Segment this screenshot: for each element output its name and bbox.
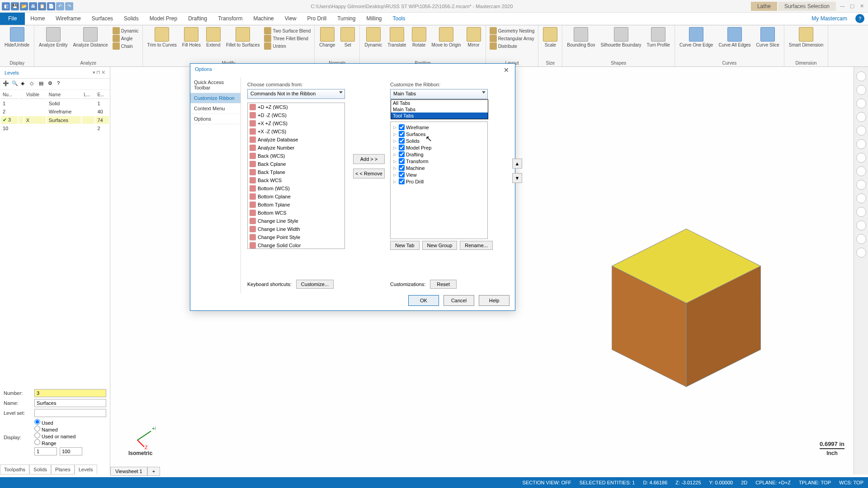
qat-save-icon[interactable]: 💾	[11, 2, 19, 10]
rename-button[interactable]: Rename...	[460, 241, 493, 250]
tab-wireframe[interactable]: Wireframe	[50, 13, 86, 25]
tab-toolpaths[interactable]: Toolpaths	[0, 465, 29, 474]
tab-prodrill[interactable]: Pro Drill	[302, 13, 332, 25]
tree-item[interactable]: ▷ Pro Drill	[392, 178, 486, 185]
fillet-button[interactable]: Fillet to Surfaces	[224, 26, 261, 48]
tree-item[interactable]: ▷ Wireframe	[392, 124, 486, 131]
rail-icon[interactable]	[856, 221, 866, 230]
tab-view[interactable]: View	[279, 13, 302, 25]
help-levels-icon[interactable]: ?	[57, 80, 64, 88]
command-item[interactable]: +D -Z (WCS)	[248, 111, 344, 119]
context-tab-surfaces[interactable]: Surfaces Selection	[778, 2, 836, 11]
commands-list[interactable]: +D +Z (WCS)+D -Z (WCS)+X +Z (WCS)+X -Z (…	[247, 103, 345, 249]
range-from-input[interactable]	[34, 447, 57, 455]
tree-item[interactable]: ▷ Model Prep	[392, 144, 486, 151]
rail-icon[interactable]	[856, 180, 866, 190]
level-name-input[interactable]	[34, 399, 106, 407]
command-item[interactable]: Bottom WCS	[248, 209, 344, 217]
qat-clip-icon[interactable]: 📋	[38, 2, 46, 10]
analyze-distance-button[interactable]: Analyze Distance	[71, 26, 109, 48]
tree-item[interactable]: ▷ Surfaces	[392, 131, 486, 137]
status-tplane[interactable]: TPLANE: TOP	[799, 480, 831, 485]
move-up-button[interactable]: ▲	[512, 159, 522, 169]
smart-dimension-button[interactable]: Smart Dimension	[787, 26, 826, 48]
panel-close-icon[interactable]: ✕	[101, 70, 105, 75]
status-section[interactable]: SECTION VIEW: OFF	[523, 480, 571, 485]
tab-modelprep[interactable]: Model Prep	[144, 13, 183, 25]
reset-button[interactable]: Reset	[430, 280, 457, 289]
tab-tools[interactable]: Tools	[387, 13, 410, 25]
panel-pin-icon[interactable]: ⊓	[96, 70, 100, 75]
ok-button[interactable]: OK	[408, 295, 439, 306]
tab-machine[interactable]: Machine	[248, 13, 279, 25]
minimize-icon[interactable]: —	[840, 3, 846, 9]
hide-unhide-button[interactable]: Hide/Unhide	[3, 26, 31, 48]
command-item[interactable]: +X +Z (WCS)	[248, 119, 344, 127]
filter-icon[interactable]: ▤	[39, 80, 46, 88]
display-named-radio[interactable]	[34, 426, 40, 432]
dropdown-all-tabs[interactable]: All Tabs	[391, 100, 488, 106]
qat-new-icon[interactable]: ◧	[2, 2, 10, 10]
tab-solids[interactable]: Solids	[118, 13, 144, 25]
fill-holes-button[interactable]: Fill Holes	[180, 26, 203, 48]
table-row[interactable]: ✔ 3XSurfaces74	[1, 116, 109, 124]
geometry-nesting-button[interactable]: Geometry Nesting	[490, 27, 535, 34]
qat-paste-icon[interactable]: 📄	[47, 2, 55, 10]
rail-icon[interactable]	[856, 71, 866, 81]
command-item[interactable]: Back Tplane	[248, 168, 344, 176]
distribute-button[interactable]: Distribute	[490, 42, 535, 50]
dynamic-pos-button[interactable]: Dynamic	[363, 26, 384, 48]
command-item[interactable]: Bottom (WCS)	[248, 184, 344, 192]
range-to-input[interactable]	[60, 447, 82, 455]
level-set-input[interactable]	[34, 409, 106, 417]
rail-icon[interactable]	[856, 112, 866, 122]
status-cplane[interactable]: CPLANE: +D+Z	[755, 480, 791, 485]
rail-icon[interactable]	[856, 234, 866, 244]
table-row[interactable]: 2Wireframe40	[1, 108, 109, 115]
rail-icon[interactable]	[856, 85, 866, 95]
dropdown-tool-tabs[interactable]: Tool Tabs	[391, 113, 488, 119]
table-row[interactable]: 1Solid1	[1, 100, 109, 107]
cancel-button[interactable]: Cancel	[443, 295, 474, 306]
curve-slice-button[interactable]: Curve Slice	[755, 26, 781, 48]
command-item[interactable]: Back Cplane	[248, 160, 344, 168]
rail-icon[interactable]	[856, 248, 866, 258]
tab-solids-panel[interactable]: Solids	[29, 465, 51, 474]
status-wcs[interactable]: WCS: TOP	[839, 480, 863, 485]
two-surface-blend-button[interactable]: Two Surface Blend	[264, 27, 311, 34]
bounding-box-button[interactable]: Bounding Box	[565, 26, 597, 48]
set-normals-button[interactable]: Set	[339, 26, 357, 48]
file-tab[interactable]: File	[0, 13, 25, 25]
tab-milling[interactable]: Milling	[361, 13, 387, 25]
rail-icon[interactable]	[856, 99, 866, 108]
new-tab-button[interactable]: New Tab	[390, 241, 420, 250]
command-item[interactable]: Back WCS	[248, 176, 344, 184]
angle-button[interactable]: Angle	[113, 35, 139, 42]
find-level-icon[interactable]: 🔍	[12, 80, 19, 88]
nav-customize-ribbon[interactable]: Customize Ribbon	[190, 93, 241, 103]
rect-array-button[interactable]: Rectangular Array	[490, 35, 535, 42]
scale-button[interactable]: Scale	[541, 26, 559, 48]
dynamic-button[interactable]: Dynamic	[113, 27, 139, 34]
command-item[interactable]: Change Point Style	[248, 233, 344, 241]
ribbon-tree[interactable]: ▷ Wireframe▷ Surfaces▷ Solids▷ Model Pre…	[390, 122, 488, 239]
qat-print-icon[interactable]: 🖶	[29, 2, 37, 10]
my-mastercam-link[interactable]: My Mastercam	[807, 13, 852, 25]
dropdown-main-tabs[interactable]: Main Tabs	[391, 106, 488, 113]
add-button[interactable]: Add > >	[353, 154, 385, 164]
context-tab-lathe[interactable]: Lathe	[751, 2, 777, 11]
tree-item[interactable]: ▷ Drafting	[392, 151, 486, 158]
level-number-input[interactable]	[34, 389, 106, 397]
command-item[interactable]: Analyze Database	[248, 136, 344, 144]
rail-icon[interactable]	[856, 193, 866, 203]
mirror-button[interactable]: Mirror	[465, 26, 483, 48]
change-normals-button[interactable]: Change	[317, 26, 337, 48]
trim-button[interactable]: Trim to Curves	[146, 26, 179, 48]
move-origin-button[interactable]: Move to Origin	[430, 26, 463, 48]
tab-turning[interactable]: Turning	[332, 13, 361, 25]
move-down-button[interactable]: ▼	[512, 173, 522, 183]
display-used-radio[interactable]	[34, 419, 40, 425]
help-icon[interactable]: ?	[855, 14, 864, 23]
command-item[interactable]: Back (WCS)	[248, 152, 344, 160]
command-item[interactable]: +D +Z (WCS)	[248, 103, 344, 111]
